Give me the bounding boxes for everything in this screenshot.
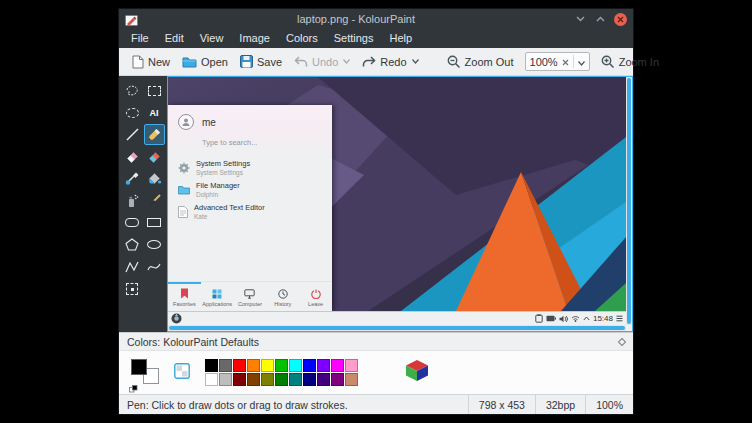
brush-tool-icon [147,193,162,208]
tool-free-form-selection[interactable] [122,80,143,101]
menu-image[interactable]: Image [231,29,278,48]
tray-expand-arrow-icon[interactable] [583,316,590,321]
palette-color[interactable] [275,359,288,372]
palette-color[interactable] [317,359,330,372]
palette-color[interactable] [261,359,274,372]
save-button[interactable]: Save [235,52,287,71]
palette-color[interactable] [303,373,316,386]
colors-panel-header[interactable]: Colors: KolourPaint Defaults [119,333,633,350]
launcher-tab-favorites[interactable]: Favorites [168,282,201,311]
statusbar: Pen: Click to draw dots or drag to draw … [119,394,633,414]
zoom-in-button[interactable]: Zoom In [596,52,664,72]
clipboard-tray-icon[interactable] [535,314,543,323]
vertical-scrollbar[interactable] [626,77,632,325]
palette-color[interactable] [345,373,358,386]
launcher-item-text-editor[interactable]: Advanced Text Editor Kate [168,201,332,223]
palette-color[interactable] [219,373,232,386]
menu-edit[interactable]: Edit [157,29,192,48]
palette-color[interactable] [247,373,260,386]
tool-polygon[interactable] [122,234,143,255]
tool-color-eraser[interactable] [144,146,165,167]
open-button[interactable]: Open [177,53,233,71]
canvas[interactable]: me Type to search... System Settings Sys… [168,77,626,325]
redo-button[interactable]: Redo [357,53,423,71]
tool-color-picker[interactable] [122,168,143,189]
close-button[interactable] [614,13,627,26]
kickoff-launcher-icon[interactable] [171,313,182,324]
spraycan-tool-icon [125,193,140,208]
palette-color[interactable] [219,359,232,372]
tool-elliptical-selection[interactable] [122,102,143,123]
clear-zoom-icon[interactable] [562,56,569,68]
palette-color[interactable] [345,359,358,372]
taskbar-clock[interactable]: 15:48 [593,314,613,323]
titlebar[interactable]: laptop.png - KolourPaint [119,9,633,29]
launcher-tab-leave[interactable]: Leave [299,282,332,311]
palette-color[interactable] [289,359,302,372]
kolourpaint-app-icon [125,13,138,26]
palette-color[interactable] [205,373,218,386]
palette-color[interactable] [205,359,218,372]
tool-brush[interactable] [144,190,165,211]
palette-color[interactable] [317,373,330,386]
palette-color[interactable] [289,373,302,386]
palette-color[interactable] [331,373,344,386]
tool-rectangular-selection[interactable] [144,80,165,101]
redo-dropdown-arrow[interactable] [412,59,419,64]
tool-flood-fill[interactable] [144,168,165,189]
tool-line[interactable] [122,124,143,145]
palette-color[interactable] [261,373,274,386]
launcher-tab-applications[interactable]: Applications [201,282,234,311]
launcher-item-system-settings[interactable]: System Settings System Settings [168,157,332,179]
zoom-level-combobox[interactable]: 100% [525,52,590,71]
foreground-color-swatch[interactable] [131,359,147,375]
menu-view[interactable]: View [192,29,232,48]
horizontal-scrollbar-handle[interactable] [169,326,625,330]
palette-color[interactable] [303,359,316,372]
color-similarity-cube-button[interactable] [405,359,429,386]
menu-help[interactable]: Help [381,29,420,48]
menu-settings[interactable]: Settings [326,29,382,48]
pen-tool-icon [147,127,162,142]
undo-dropdown-arrow[interactable] [343,59,350,64]
swap-colors-icon[interactable] [129,379,138,387]
tool-rounded-rectangle[interactable] [122,212,143,233]
tool-zoom[interactable] [122,278,143,299]
undo-button[interactable]: Undo [289,53,355,71]
minimize-button[interactable] [574,13,587,26]
tool-spraycan[interactable] [122,190,143,211]
tool-curve[interactable] [144,256,165,277]
transparent-color-button[interactable] [174,363,190,383]
tool-eraser[interactable] [122,146,143,167]
palette-color[interactable] [233,359,246,372]
battery-tray-icon[interactable] [546,315,556,322]
palette-color[interactable] [247,359,260,372]
tool-text[interactable]: AI [144,102,165,123]
launcher-item-file-manager[interactable]: File Manager Dolphin [168,179,332,201]
vertical-scrollbar-handle[interactable] [627,78,631,324]
zoom-dropdown-arrow[interactable] [578,56,585,68]
palette-color[interactable] [331,359,344,372]
launcher-search-hint[interactable]: Type to search... [202,138,322,147]
panel-menu-icon[interactable] [616,315,623,322]
launcher-tab-history[interactable]: History [266,282,299,311]
palette-color[interactable] [275,373,288,386]
tool-connected-lines[interactable] [122,256,143,277]
menu-file[interactable]: File [123,29,157,48]
foreground-background-color-selector[interactable] [129,359,159,387]
colors-panel-float-icon[interactable] [618,337,626,345]
system-settings-icon [178,162,190,174]
menu-colors[interactable]: Colors [278,29,326,48]
volume-tray-icon[interactable] [559,315,568,323]
launcher-item-label: Advanced Text Editor [194,204,265,213]
tool-pen[interactable] [144,124,165,145]
network-tray-icon[interactable] [571,315,580,322]
maximize-button[interactable] [594,13,607,26]
horizontal-scrollbar[interactable] [168,325,626,331]
tool-ellipse[interactable] [144,234,165,255]
launcher-tab-computer[interactable]: Computer [234,282,267,311]
zoom-out-button[interactable]: Zoom Out [442,52,519,72]
tool-rectangle[interactable] [144,212,165,233]
new-button[interactable]: New [127,52,175,72]
palette-color[interactable] [233,373,246,386]
